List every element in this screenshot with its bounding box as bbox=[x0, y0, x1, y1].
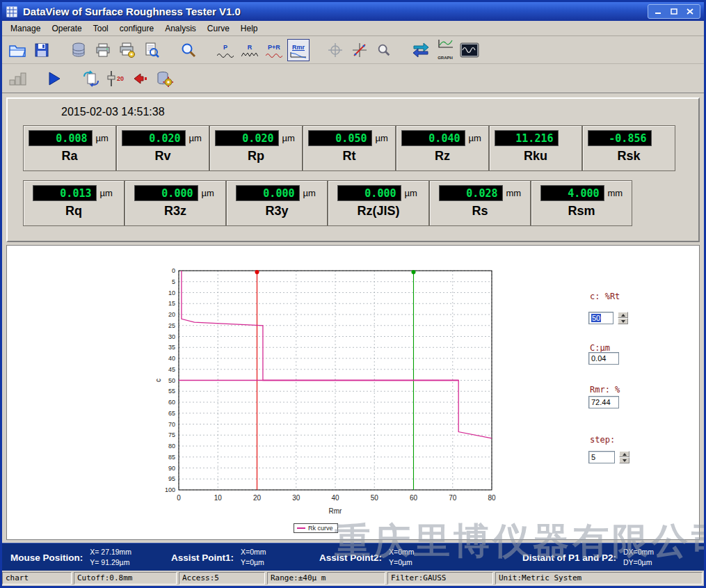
lcd-value: 0.000 bbox=[337, 185, 401, 201]
assist-point1-button[interactable] bbox=[324, 39, 346, 61]
spin-up-button[interactable] bbox=[619, 451, 629, 457]
lcd-value: 0.020 bbox=[122, 130, 186, 146]
pr-curve-button[interactable]: P+R bbox=[263, 39, 285, 61]
sync-data-button[interactable] bbox=[80, 67, 102, 90]
menu-configure[interactable]: configure bbox=[114, 22, 159, 35]
param-label: Rsk bbox=[583, 149, 675, 164]
menu-analysis[interactable]: Analysis bbox=[159, 22, 202, 35]
close-button[interactable] bbox=[684, 6, 696, 17]
svg-text:80: 80 bbox=[488, 494, 496, 502]
svg-text:10: 10 bbox=[168, 289, 175, 296]
value-unit: µm bbox=[202, 188, 217, 198]
param-label: Rsm bbox=[531, 204, 632, 218]
print-preview-icon bbox=[143, 42, 160, 58]
menu-tool[interactable]: Tool bbox=[88, 22, 114, 35]
lcd-value: 0.028 bbox=[439, 185, 503, 201]
c-um-input[interactable]: 0.04 bbox=[588, 352, 619, 365]
spin-down-button[interactable] bbox=[618, 318, 628, 324]
print-button[interactable] bbox=[92, 39, 114, 61]
assist-point2-button[interactable] bbox=[348, 39, 371, 61]
spin-down-button[interactable] bbox=[619, 457, 629, 463]
magnification-slider-button[interactable]: 20 bbox=[104, 67, 127, 90]
rk-chart[interactable]: 0510152025303540455055606570758085909510… bbox=[143, 258, 518, 523]
zoom-area-button[interactable] bbox=[373, 39, 395, 61]
svg-text:70: 70 bbox=[449, 494, 457, 502]
database-settings-button[interactable] bbox=[153, 67, 175, 90]
graph-axes-icon bbox=[437, 39, 454, 49]
print-setup-button[interactable] bbox=[116, 39, 138, 61]
rmr-percent-input[interactable]: 72.44 bbox=[588, 396, 619, 408]
app-icon bbox=[6, 6, 19, 17]
open-folder-icon bbox=[8, 42, 26, 58]
measurement-cell: 11.216 Rku bbox=[489, 125, 582, 171]
value-unit: µm bbox=[376, 133, 391, 143]
measurement-cell: 4.000 mm Rsm bbox=[531, 180, 632, 226]
svg-text:35: 35 bbox=[168, 344, 175, 351]
svg-text:60: 60 bbox=[410, 494, 418, 502]
spin-up-button[interactable] bbox=[618, 312, 628, 318]
chart-panel: 0510152025303540455055606570758085909510… bbox=[6, 245, 700, 540]
assist-point1-values: X=0mmY=0µm bbox=[241, 547, 266, 568]
measure-row-1: 0.008 µm Ra 0.020 µm Rv 0.020 µm Rp 0.05… bbox=[23, 125, 698, 171]
open-button[interactable] bbox=[6, 39, 29, 61]
svg-text:10: 10 bbox=[214, 494, 223, 502]
rmr-curve-label: Rmr bbox=[292, 44, 305, 51]
value-unit: µm bbox=[189, 133, 204, 143]
small-magnifier-icon bbox=[376, 42, 392, 58]
step-back-button[interactable] bbox=[129, 67, 151, 90]
play-icon bbox=[47, 71, 62, 86]
rmr-curve-button[interactable]: Rmr bbox=[287, 39, 310, 61]
steps-button[interactable] bbox=[6, 67, 29, 90]
r-wave-icon bbox=[241, 51, 258, 58]
menu-operate[interactable]: Operate bbox=[46, 22, 87, 35]
svg-text:30: 30 bbox=[168, 333, 175, 340]
lcd-value: 0.020 bbox=[215, 130, 279, 146]
svg-text:60: 60 bbox=[168, 399, 175, 406]
measurement-cell: 0.050 µm Rt bbox=[303, 125, 396, 171]
c-percent-rt-spinner bbox=[618, 312, 628, 324]
lcd-value: 0.008 bbox=[29, 130, 93, 146]
save-button[interactable] bbox=[31, 39, 53, 61]
c-percent-rt-input[interactable]: 50 bbox=[588, 312, 613, 324]
print-preview-button[interactable] bbox=[141, 39, 163, 61]
printer-icon bbox=[95, 42, 111, 58]
value-unit: µm bbox=[405, 188, 420, 198]
r-curve-button[interactable]: R bbox=[239, 39, 261, 61]
measurement-datetime: 2015-02-03 14:51:38 bbox=[61, 106, 698, 118]
menu-help[interactable]: Help bbox=[235, 22, 264, 35]
status-unit: Unit:Metric System bbox=[495, 572, 703, 585]
chart-legend: Rk curve bbox=[294, 523, 338, 533]
sync-arrows-icon bbox=[82, 70, 100, 87]
minimize-button[interactable] bbox=[652, 6, 664, 17]
oscilloscope-button[interactable] bbox=[458, 39, 481, 61]
maximize-button[interactable] bbox=[668, 6, 680, 17]
status-filter: Filter:GAUSS bbox=[387, 572, 493, 585]
svg-text:Rmr: Rmr bbox=[329, 507, 343, 515]
menu-curve[interactable]: Curve bbox=[202, 22, 235, 35]
param-label: Ra bbox=[24, 149, 115, 164]
svg-text:c: c bbox=[154, 379, 162, 382]
lcd-value: -0.856 bbox=[588, 130, 652, 146]
measurement-cell: 0.000 µm R3z bbox=[125, 180, 226, 226]
svg-text:80: 80 bbox=[168, 443, 175, 450]
zoom-button[interactable] bbox=[177, 39, 200, 61]
assist-point2-values: X=0mmY=0µm bbox=[389, 547, 414, 568]
swap-curves-button[interactable] bbox=[410, 39, 432, 61]
lcd-value: 0.000 bbox=[134, 185, 198, 201]
menu-manage[interactable]: Manage bbox=[5, 22, 46, 35]
p-curve-button[interactable]: P bbox=[214, 39, 236, 61]
step-input[interactable]: 5 bbox=[588, 451, 615, 463]
svg-text:100: 100 bbox=[165, 486, 175, 493]
step-label: step: bbox=[590, 435, 615, 445]
graph-button[interactable]: GRAPH bbox=[434, 39, 456, 61]
param-label: Rku bbox=[490, 149, 581, 164]
value-unit: µm bbox=[469, 133, 484, 143]
value-unit: mm bbox=[506, 188, 522, 198]
start-measure-button[interactable] bbox=[43, 67, 65, 90]
printer-setup-icon bbox=[119, 42, 136, 58]
lcd-value: 0.013 bbox=[33, 185, 97, 201]
lcd-value: 4.000 bbox=[540, 185, 604, 201]
database-button[interactable] bbox=[67, 39, 90, 61]
status-cutoff: Cutoff:0.8mm bbox=[74, 572, 177, 585]
param-label: Rz(JIS) bbox=[328, 204, 428, 218]
